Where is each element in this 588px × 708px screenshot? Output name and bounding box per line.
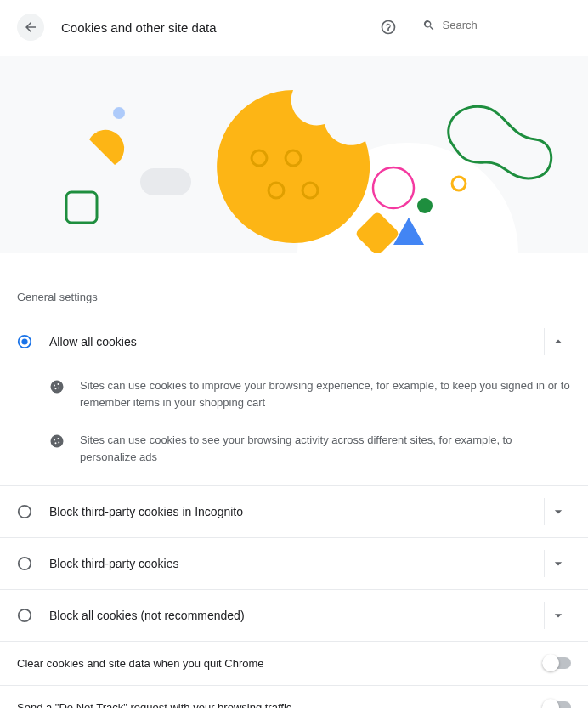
- option-label: Block third-party cookies in Incognito: [49, 505, 518, 518]
- svg-point-22: [55, 443, 57, 445]
- svg-rect-7: [66, 192, 97, 223]
- expand-button[interactable]: [544, 602, 571, 629]
- svg-point-10: [417, 198, 433, 213]
- chevron-up-icon: [550, 333, 567, 350]
- svg-point-15: [21, 338, 27, 344]
- search-input[interactable]: [443, 19, 571, 31]
- illustration-banner: [0, 56, 588, 253]
- toggle-clear-on-quit[interactable]: [542, 657, 571, 669]
- toggle-row-clear-on-quit: Clear cookies and site data when you qui…: [0, 641, 588, 685]
- help-button[interactable]: [380, 19, 397, 36]
- search-field[interactable]: [422, 18, 571, 37]
- cookie-icon: [49, 379, 65, 394]
- toggle-label: Send a "Do Not Track" request with your …: [17, 701, 525, 708]
- svg-point-24: [19, 505, 31, 517]
- option-description: Sites can use cookies to see your browsi…: [80, 432, 571, 466]
- chevron-down-icon: [550, 607, 567, 624]
- svg-point-21: [58, 438, 59, 439]
- radio-option-block-tp[interactable]: Block third-party cookies: [0, 537, 588, 589]
- expand-button[interactable]: [544, 498, 571, 525]
- svg-rect-6: [140, 168, 191, 195]
- radio-icon: [17, 556, 32, 571]
- radio-icon: [17, 334, 32, 349]
- option-label: Block third-party cookies: [49, 557, 518, 570]
- decorative-shapes-icon: [0, 56, 588, 253]
- svg-point-17: [58, 383, 59, 385]
- svg-point-5: [113, 107, 125, 119]
- section-heading-general: General settings: [17, 291, 571, 303]
- cookie-icon: [49, 433, 65, 449]
- chevron-down-icon: [550, 555, 567, 572]
- radio-option-block-tp-incognito[interactable]: Block third-party cookies in Incognito: [0, 485, 588, 537]
- arrow-left-icon: [23, 20, 38, 35]
- radio-icon: [17, 608, 32, 623]
- option-label: Allow all cookies: [49, 335, 518, 348]
- option-description-row: Sites can use cookies to see your browsi…: [0, 422, 588, 476]
- toggle-row-do-not-track: Send a "Do Not Track" request with your …: [0, 685, 588, 708]
- svg-point-18: [55, 388, 57, 389]
- option-label: Block all cookies (not recommended): [49, 609, 518, 622]
- radio-icon: [17, 504, 32, 519]
- svg-point-23: [58, 442, 59, 444]
- svg-point-25: [19, 557, 31, 569]
- search-icon: [422, 18, 436, 33]
- option-description-row: Sites can use cookies to improve your br…: [0, 367, 588, 422]
- expand-button[interactable]: [544, 550, 571, 577]
- radio-option-block-all[interactable]: Block all cookies (not recommended): [0, 589, 588, 641]
- option-description: Sites can use cookies to improve your br…: [80, 377, 571, 411]
- help-icon: [380, 19, 397, 36]
- svg-point-26: [19, 609, 31, 620]
- radio-option-allow-all[interactable]: Allow all cookies: [0, 315, 588, 367]
- toggle-do-not-track[interactable]: [542, 701, 571, 708]
- svg-point-19: [58, 388, 59, 389]
- back-button[interactable]: [17, 14, 44, 41]
- svg-point-20: [54, 439, 55, 441]
- page-title: Cookies and other site data: [61, 20, 217, 35]
- toggle-label: Clear cookies and site data when you qui…: [17, 657, 525, 670]
- collapse-button[interactable]: [544, 328, 571, 355]
- svg-point-16: [54, 385, 55, 387]
- chevron-down-icon: [550, 503, 567, 520]
